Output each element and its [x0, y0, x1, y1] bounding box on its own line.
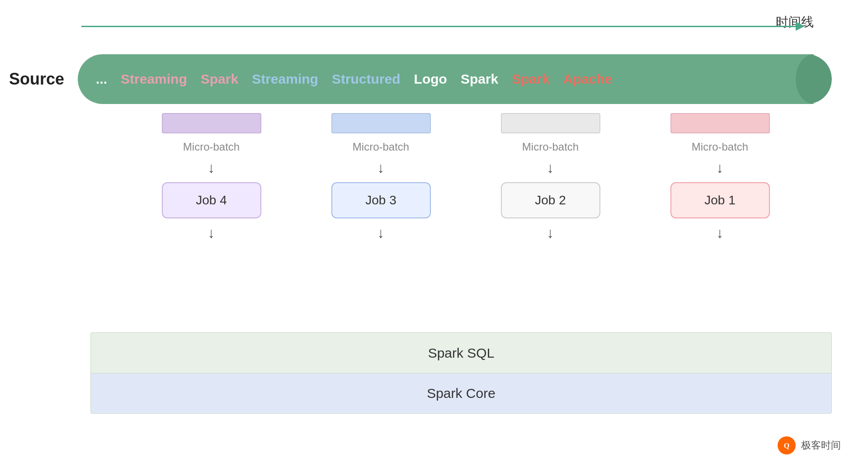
- batch-column-3: Micro-batch ↓ Job 3 ↓: [331, 113, 431, 240]
- micro-batch-box-1: [670, 113, 770, 133]
- pipe-word-spark3: Spark: [512, 71, 549, 87]
- down-arrow-1: ↓: [717, 161, 724, 175]
- pipe-word-spark2: Spark: [461, 71, 498, 87]
- main-container: 时间线 Source ... Streaming Spark Streaming…: [0, 0, 868, 468]
- batch-column-1: Micro-batch ↓ Job 1 ↓: [670, 113, 770, 240]
- svg-text:Q: Q: [784, 442, 789, 449]
- pipe-word-spark1: Spark: [201, 71, 238, 87]
- spark-core-box: Spark Core: [90, 373, 832, 414]
- frameworks-section: Spark SQL Spark Core: [90, 332, 832, 414]
- micro-batch-label-2: Micro-batch: [522, 141, 579, 153]
- job-box-1: Job 1: [670, 182, 770, 218]
- batches-row: Micro-batch ↓ Job 4 ↓ Micro-batch ↓ Job …: [127, 113, 805, 240]
- logo-icon: Q: [778, 436, 796, 454]
- pipe-body: ... Streaming Spark Streaming Structured…: [78, 54, 814, 104]
- pipe-word-streaming1: Streaming: [121, 71, 187, 87]
- logo-svg: Q: [780, 439, 793, 452]
- pipe-container: ... Streaming Spark Streaming Structured…: [78, 54, 832, 104]
- pipe-word-dots: ...: [96, 71, 107, 87]
- batch-column-2: Micro-batch ↓ Job 2 ↓: [501, 113, 600, 240]
- job-box-3: Job 3: [331, 182, 431, 218]
- micro-batch-box-4: [162, 113, 261, 133]
- pipe-word-structured: Structured: [332, 71, 401, 87]
- micro-batch-label-4: Micro-batch: [183, 141, 240, 153]
- down-arrow-4b: ↓: [208, 226, 215, 240]
- spark-sql-box: Spark SQL: [90, 332, 832, 373]
- pipe-word-streaming2: Streaming: [252, 71, 318, 87]
- micro-batch-label-1: Micro-batch: [692, 141, 748, 153]
- pipe-end: [796, 54, 832, 104]
- pipe-word-apache: Apache: [563, 71, 612, 87]
- timeline-section: [81, 22, 805, 31]
- down-arrow-3b: ↓: [377, 226, 385, 240]
- pipe-word-logo: Logo: [414, 71, 447, 87]
- logo-text: 极客时间: [801, 439, 841, 452]
- source-section: Source ... Streaming Spark Streaming Str…: [9, 54, 832, 104]
- timeline-arrow-icon: [796, 22, 805, 31]
- timeline-line: [81, 26, 796, 27]
- batch-column-4: Micro-batch ↓ Job 4 ↓: [162, 113, 261, 240]
- down-arrow-3: ↓: [377, 161, 385, 175]
- source-label: Source: [9, 70, 64, 89]
- job-box-4: Job 4: [162, 182, 261, 218]
- down-arrow-2b: ↓: [547, 226, 554, 240]
- micro-batch-box-3: [331, 113, 431, 133]
- down-arrow-2: ↓: [547, 161, 554, 175]
- micro-batch-label-3: Micro-batch: [353, 141, 409, 153]
- job-box-2: Job 2: [501, 182, 600, 218]
- micro-batch-box-2: [501, 113, 600, 133]
- down-arrow-4: ↓: [208, 161, 215, 175]
- down-arrow-1b: ↓: [717, 226, 724, 240]
- logo-section: Q 极客时间: [778, 436, 841, 454]
